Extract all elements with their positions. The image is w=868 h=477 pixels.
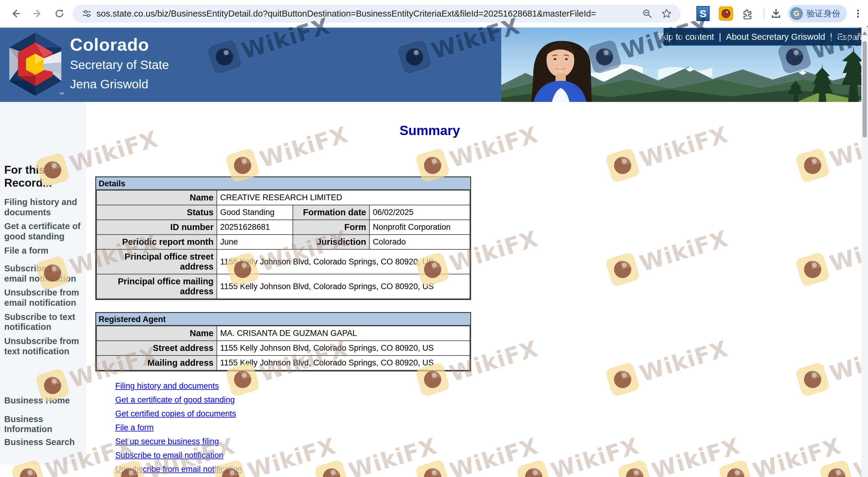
sidebar-record-links: Filing history and documentsGet a certif…	[4, 197, 82, 356]
field-value: 06/02/2025	[369, 205, 470, 220]
reload-button[interactable]	[53, 7, 66, 21]
banner-person-name: Jena Griswold	[70, 77, 148, 91]
wikifx-eagle-icon	[516, 459, 552, 477]
banner-title: Colorado	[70, 34, 149, 55]
sidebar-link-subscribe-to-text-notification[interactable]: Subscribe to text notification	[4, 312, 82, 332]
address-bar[interactable]: sos.state.co.us/biz/BusinessEntityDetail…	[72, 4, 680, 23]
sidebar-link-unsubscribe-from-email-notification[interactable]: Unsubscribe from email notification	[4, 288, 82, 308]
action-links: Filing history and documentsGet a certif…	[115, 382, 242, 477]
wikifx-watermark: WikiFX	[605, 224, 732, 287]
table-row: Mailing address1155 Kelly Johnson Blvd, …	[96, 355, 470, 370]
extensions-puzzle-icon[interactable]	[740, 6, 754, 21]
menu-kebab-icon[interactable]	[850, 6, 866, 21]
action-link-get-certified-copies-of-documents[interactable]: Get certified copies of documents	[115, 410, 236, 418]
page-title: Summary	[0, 123, 860, 138]
forward-button[interactable]	[31, 7, 44, 21]
site-info-icon[interactable]	[82, 8, 92, 19]
field-value: Colorado	[369, 234, 470, 249]
table-row: StatusGood StandingFormation date06/02/2…	[96, 205, 470, 220]
field-label: Name	[96, 190, 217, 205]
wikifx-eagle-icon	[795, 251, 831, 287]
wikifx-eagle-icon	[605, 251, 641, 287]
action-link-filing-history-and-documents[interactable]: Filing history and documents	[115, 382, 219, 390]
field-label: ID number	[96, 220, 217, 234]
wikifx-watermark: WikiFX	[516, 431, 642, 477]
zoom-page-icon[interactable]	[642, 8, 653, 19]
extension-s-icon[interactable]: S	[695, 6, 711, 21]
scrollbar-thumb[interactable]	[863, 41, 867, 137]
scrollbar[interactable]	[861, 27, 868, 477]
wikifx-watermark-text: WikiFX	[447, 433, 541, 477]
sidebar-link-subscribe-to-email-notification[interactable]: Subscribe to email notification	[4, 263, 82, 284]
browser-toolbar: sos.state.co.us/biz/BusinessEntityDetail…	[0, 0, 868, 28]
wikifx-eagle-icon	[415, 459, 451, 477]
action-link-get-a-certificate-of-good-standing[interactable]: Get a certificate of good standing	[115, 395, 235, 404]
wikifx-eagle-icon	[314, 459, 349, 477]
action-link-subscribe-to-email-notification[interactable]: Subscribe to email notification	[115, 451, 223, 460]
trademark-symbol: ™	[59, 92, 64, 97]
wikifx-eagle-icon	[617, 459, 653, 477]
wikifx-watermark-text: WikiFX	[649, 433, 743, 477]
field-label: Formation date	[293, 205, 369, 220]
action-link-unsubscribe-from-email-notification[interactable]: Unsubscribe from email notification	[115, 465, 242, 474]
link-about-secretary[interactable]: About Secretary Griswold	[726, 32, 825, 42]
bookmark-star-icon[interactable]	[661, 8, 672, 19]
field-value: June	[217, 234, 293, 249]
field-value: 1155 Kelly Johnson Blvd, Colorado Spring…	[217, 249, 470, 274]
table-row: ID number20251628681FormNonprofit Corpor…	[96, 220, 470, 234]
wikifx-watermark: WikiFX	[795, 224, 868, 287]
sidebar-link-file-a-form[interactable]: File a form	[4, 246, 82, 256]
link-skip-to-content[interactable]: Skip to content	[656, 32, 714, 42]
wikifx-eagle-icon	[795, 361, 831, 398]
field-value: Nonprofit Corporation	[369, 220, 470, 234]
sidebar-link-business-search[interactable]: Business Search	[4, 437, 82, 447]
avatar: G	[790, 7, 803, 20]
wikifx-eagle-icon	[605, 148, 641, 183]
table-row: Street address1155 Kelly Johnson Blvd, C…	[96, 341, 470, 355]
wikifx-watermark-text: WikiFX	[750, 433, 844, 477]
browser-window: sos.state.co.us/biz/BusinessEntityDetail…	[0, 0, 868, 477]
wikifx-watermark: WikiFX	[314, 431, 440, 477]
table-row: NameMA. CRISANTA DE GUZMAN GAPAL	[96, 326, 470, 341]
download-icon[interactable]	[769, 6, 783, 21]
field-value: MA. CRISANTA DE GUZMAN GAPAL	[217, 326, 470, 341]
url-text[interactable]: sos.state.co.us/biz/BusinessEntityDetail…	[96, 4, 648, 23]
sidebar-business-links: Business HomeBusiness InformationBusines…	[4, 395, 82, 447]
details-table-title: Details	[96, 177, 470, 190]
field-label: Principal office street address	[96, 249, 217, 274]
profile-chip[interactable]: G 验证身份	[788, 5, 847, 22]
extension-wikifx-icon[interactable]	[718, 6, 734, 21]
banner-subtitle: Secretary of State	[70, 58, 169, 72]
table-row: NameCREATIVE RESEARCH LIMITED	[96, 190, 470, 205]
sidebar-link-business-information[interactable]: Business Information	[4, 414, 82, 435]
sidebar-link-unsubscribe-from-text-notification[interactable]: Unsubscribe from text notification	[4, 336, 82, 356]
wikifx-watermark: WikiFX	[718, 431, 844, 477]
table-row: Principal office mailing address1155 Kel…	[96, 274, 470, 299]
details-table: Details NameCREATIVE RESEARCH LIMITEDSta…	[95, 177, 471, 300]
sidebar-link-get-a-certificate-of-good-standing[interactable]: Get a certificate of good standing	[4, 221, 82, 242]
action-link-set-up-secure-business-filing[interactable]: Set up secure business filing	[115, 437, 219, 446]
wikifx-watermark-text: WikiFX	[637, 225, 731, 276]
link-separator: |	[719, 32, 721, 42]
sidebar: For this Record... Filing history and do…	[0, 102, 86, 464]
sidebar-link-filing-history-and-documents[interactable]: Filing history and documents	[4, 197, 82, 217]
field-label: Jurisdiction	[293, 234, 369, 249]
field-value: 1155 Kelly Johnson Blvd, Colorado Spring…	[217, 274, 470, 299]
field-label: Form	[293, 220, 369, 234]
wikifx-eagle-icon	[605, 361, 641, 398]
back-button[interactable]	[8, 7, 22, 21]
wikifx-watermark-text: WikiFX	[346, 433, 440, 477]
field-label: Mailing address	[96, 355, 217, 370]
wikifx-eagle-icon	[795, 148, 831, 183]
field-label: Street address	[96, 341, 217, 355]
sidebar-title: For this Record...	[4, 164, 82, 189]
banner-top-links: Skip to content | About Secretary Griswo…	[663, 28, 861, 45]
registered-agent-table: Registered Agent NameMA. CRISANTA DE GUZ…	[95, 312, 471, 372]
wikifx-eagle-icon	[718, 459, 754, 477]
toolbar-divider	[764, 8, 764, 19]
action-link-file-a-form[interactable]: File a form	[115, 423, 154, 432]
scrollbar-up-arrow[interactable]	[862, 31, 867, 35]
sidebar-link-business-home[interactable]: Business Home	[4, 395, 82, 406]
field-value: 1155 Kelly Johnson Blvd, Colorado Spring…	[217, 341, 470, 355]
wikifx-watermark-text: WikiFX	[245, 433, 339, 477]
